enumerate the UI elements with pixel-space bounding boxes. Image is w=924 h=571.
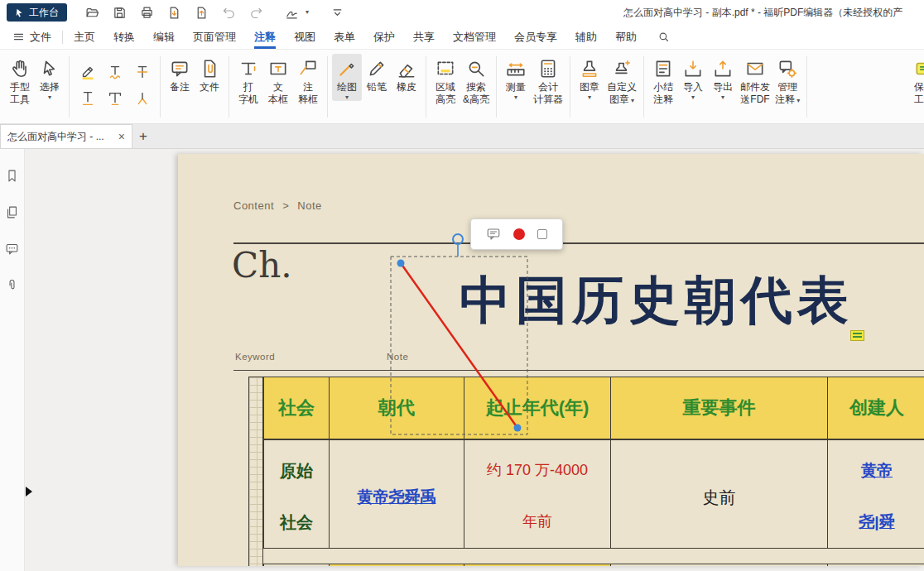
menu-item-convert[interactable]: 转换 xyxy=(104,25,144,50)
export-doc-icon[interactable] xyxy=(163,2,185,22)
note-label: 备注 xyxy=(170,81,190,94)
menu-item-member-exclusive[interactable]: 会员专享 xyxy=(505,25,566,50)
area-highlight-icon xyxy=(435,56,456,81)
founder-link[interactable]: 尧|舜 xyxy=(828,511,924,533)
note-annotation-icon[interactable] xyxy=(850,330,864,341)
ribbon-button-replace-text[interactable] xyxy=(103,87,126,109)
comments-panel-icon[interactable] xyxy=(5,242,19,256)
table-next-row-cell xyxy=(464,564,611,566)
ribbon-button-underline[interactable] xyxy=(76,87,99,109)
cell-text: 原始 xyxy=(264,460,329,482)
table-header-society: 社会 xyxy=(263,377,330,439)
annotation-mini-toolbar xyxy=(470,218,563,250)
squiggly-text-icon xyxy=(106,63,124,81)
founder-link[interactable]: 黄帝 xyxy=(828,460,924,482)
ribbon-button-keep-tool[interactable]: 保持 工具 xyxy=(909,54,924,106)
ribbon-button-squiggly-underline[interactable] xyxy=(103,60,126,83)
annotation-endpoint-handle[interactable] xyxy=(397,260,405,267)
menu-item-assist[interactable]: 辅助 xyxy=(566,25,606,50)
draw-label: 绘图 xyxy=(337,81,357,94)
table-header-period: 起止年代(年) xyxy=(464,377,611,439)
open-file-icon[interactable] xyxy=(81,2,103,22)
menu-item-share[interactable]: 共享 xyxy=(404,25,444,50)
attachments-panel-icon[interactable] xyxy=(5,278,19,292)
summary-comments-icon xyxy=(652,56,674,81)
print-icon[interactable] xyxy=(136,2,158,22)
save-icon[interactable] xyxy=(108,2,131,22)
add-comment-icon[interactable] xyxy=(486,227,501,242)
area-highlight-label: 高亮 xyxy=(436,94,455,106)
custom-stamp-icon xyxy=(611,56,633,81)
ribbon-divider xyxy=(570,56,570,118)
ribbon-button-custom-stamp[interactable]: 自定义 图章 ▾ xyxy=(604,54,639,106)
manage-comments-label: 注释 xyxy=(775,94,795,105)
ribbon-divider xyxy=(426,56,426,118)
ribbon-button-summary-comments[interactable]: 小结 注释 xyxy=(648,54,678,106)
document-canvas[interactable]: Content > Note Ch. 中国历史朝代表 Keyword Note … xyxy=(25,149,924,571)
ribbon-button-note[interactable]: 备注 xyxy=(165,54,195,94)
textbox-label: 文 xyxy=(273,81,283,94)
undo-icon[interactable] xyxy=(218,2,240,22)
ribbon-button-callout[interactable]: 注 释框 xyxy=(293,54,323,106)
workbench-button[interactable]: 工作台 xyxy=(7,3,67,22)
menu-item-file[interactable]: 文件 xyxy=(3,25,60,50)
ribbon-button-draw[interactable]: 绘图 ▾ xyxy=(332,54,362,101)
ribbon-button-file-attachment[interactable]: 文件 xyxy=(195,54,224,94)
keep-tool-icon xyxy=(913,56,924,81)
close-tab-icon[interactable]: × xyxy=(118,131,125,142)
ribbon-button-hand-tool[interactable]: 手型 工具 xyxy=(5,54,35,106)
chevron-down-icon[interactable]: ▾ xyxy=(306,9,309,16)
ribbon-button-calculator[interactable]: 会计 计算器 xyxy=(531,54,565,106)
pages-panel-icon[interactable] xyxy=(5,205,19,219)
ribbon-divider xyxy=(160,56,161,118)
menu-item-edit[interactable]: 编辑 xyxy=(144,25,184,50)
ribbon-button-strikeout[interactable] xyxy=(131,60,153,83)
ribbon-button-measure[interactable]: 测量 ▾ xyxy=(501,54,531,101)
menu-item-page-management[interactable]: 页面管理 xyxy=(184,25,245,50)
ribbon-button-highlight[interactable] xyxy=(76,60,99,83)
ribbon-button-area-highlight[interactable]: 区域 高亮 xyxy=(431,54,460,106)
ribbon-button-pencil[interactable]: 铅笔 xyxy=(362,54,392,94)
hand-tool-label: 手型 xyxy=(10,81,30,94)
customize-toolbar-icon[interactable] xyxy=(326,2,349,22)
menu-item-form[interactable]: 表单 xyxy=(325,25,364,50)
menu-item-view[interactable]: 视图 xyxy=(285,25,325,50)
share-doc-icon[interactable] xyxy=(190,2,213,22)
ribbon-button-manage-comments[interactable]: 管理 注释 ▾ xyxy=(772,54,802,106)
menu-item-protect[interactable]: 保护 xyxy=(364,25,404,50)
strikeout-text-icon xyxy=(133,63,152,81)
ribbon-button-select[interactable]: 选择 ▾ xyxy=(35,54,65,101)
menu-item-home[interactable]: 主页 xyxy=(65,25,104,50)
ribbon-divider xyxy=(806,56,807,118)
custom-stamp-label: 自定义 xyxy=(607,81,637,94)
bookmarks-panel-icon[interactable] xyxy=(5,169,19,183)
ribbon-button-eraser[interactable]: 橡皮 xyxy=(392,54,421,94)
textbox-label: 本框 xyxy=(268,94,288,106)
search-icon[interactable] xyxy=(657,31,670,43)
quick-sign-tool-icon[interactable] xyxy=(281,2,303,22)
menu-item-help[interactable]: 帮助 xyxy=(606,25,646,50)
ribbon-button-insert-text[interactable] xyxy=(131,87,153,109)
ribbon-button-search-highlight[interactable]: 搜索 &高亮 xyxy=(460,54,492,106)
ribbon-button-export-comments[interactable]: 导出 ▾ xyxy=(708,54,738,101)
menu-item-comment[interactable]: 注释 xyxy=(245,25,285,50)
calculator-label: 计算器 xyxy=(533,94,563,106)
pencil-label: 铅笔 xyxy=(367,81,387,94)
menu-item-document-management[interactable]: 文档管理 xyxy=(444,25,505,50)
ribbon-button-typewriter[interactable]: 打 字机 xyxy=(233,54,263,106)
redo-icon[interactable] xyxy=(245,2,267,22)
dynasty-link[interactable]: 黄帝尧舜禹 xyxy=(330,487,464,508)
ribbon-button-textbox[interactable]: 文 本框 xyxy=(263,54,293,106)
ribbon-button-import-comments[interactable]: 导入 ▾ xyxy=(678,54,708,101)
panel-expand-handle[interactable] xyxy=(26,487,32,497)
fill-color-swatch[interactable] xyxy=(537,229,547,239)
add-tab-icon[interactable]: + xyxy=(132,124,154,148)
ribbon-button-email-fdf[interactable]: 邮件发 送FDF xyxy=(738,54,772,106)
ribbon-button-stamp[interactable]: 图章 ▾ xyxy=(575,54,604,101)
cell-text: 史前 xyxy=(611,487,827,509)
keep-tool-label: 工具 xyxy=(914,94,924,106)
line-color-swatch[interactable] xyxy=(513,228,525,240)
ribbon: 手型 工具 选择 ▾ 备注 文件 打 字机 xyxy=(0,50,924,124)
document-tab[interactable]: 怎么面对高中学习 - ... × xyxy=(0,124,132,148)
callout-label: 注 xyxy=(303,81,313,94)
